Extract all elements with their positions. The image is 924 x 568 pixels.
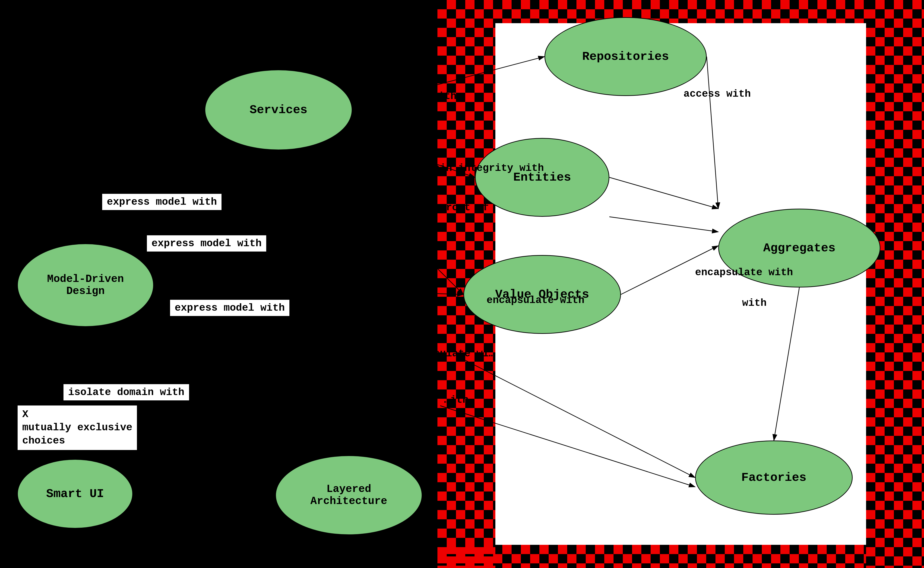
factories-node: Factories (695, 441, 853, 515)
mutually-exclusive-label: Xmutually exclusivechoices (17, 405, 137, 450)
encapsulate-label-3: encapsulate wi… (403, 348, 495, 360)
access-with-label-2: access with (683, 88, 751, 100)
svg-line-4 (154, 285, 463, 295)
encapsulate-label-4: encapsulate …ith (371, 394, 469, 406)
act-as-root-label: act as root of (403, 202, 489, 213)
layered-arch-node: LayeredArchitecture (275, 455, 422, 535)
isolate-domain-label: isolate domain with (63, 384, 190, 401)
model-driven-node: Model-DrivenDesign (17, 243, 154, 327)
border-bottom (437, 545, 866, 568)
express-model-label-1: express model with (102, 193, 222, 210)
with-label: with (742, 297, 767, 309)
smart-ui-node: Smart UI (17, 459, 133, 529)
access-with-label-1: access with (389, 91, 457, 102)
maintain-integrity-label: maintain integrity with (403, 162, 544, 174)
repositories-node: Repositories (544, 17, 707, 96)
encapsulate-label-2: encapsulate with (695, 267, 793, 278)
entities-node: Entities (475, 138, 609, 217)
services-node: Services (205, 69, 353, 150)
express-model-label-3: express model with (170, 299, 290, 316)
border-right (866, 0, 924, 568)
encapsulate-label-1: encapsulate with (487, 295, 584, 306)
express-model-label-2: express model with (146, 235, 267, 252)
